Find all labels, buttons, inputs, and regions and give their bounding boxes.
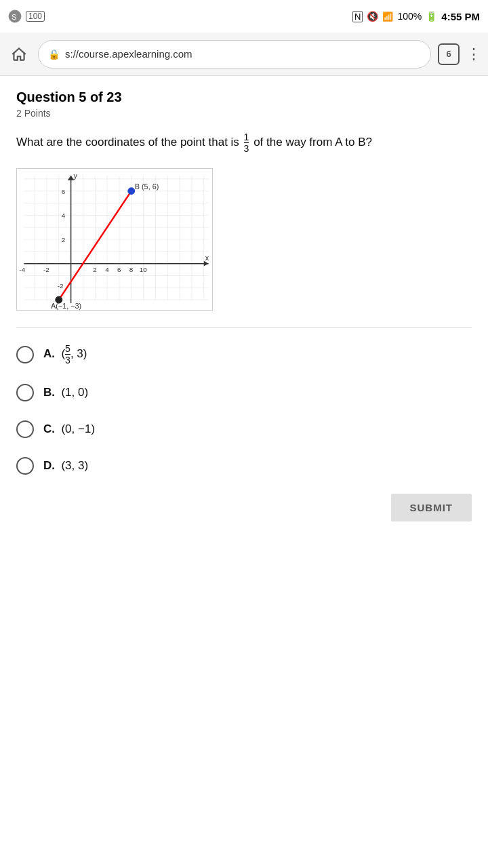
svg-text:8: 8 [129, 266, 134, 273]
n-icon: N [352, 11, 363, 22]
question-text-after: of the way from A to B? [253, 136, 372, 149]
divider [16, 327, 472, 328]
svg-text:x: x [205, 254, 209, 262]
svg-text:-2: -2 [43, 266, 49, 273]
status-right-info: N 🔇 📶 100% 🔋 4:55 PM [352, 11, 480, 22]
tab-count-badge[interactable]: 6 [438, 43, 460, 65]
tab-count-label: 6 [446, 49, 451, 59]
svg-text:6: 6 [62, 188, 66, 195]
question-title: Question 5 of 23 [16, 90, 472, 105]
home-icon [10, 45, 28, 63]
radio-d[interactable] [16, 457, 34, 475]
browser-bar: 🔒 s://course.apexlearning.com 6 ⋮ [0, 33, 488, 76]
url-text: s://course.apexlearning.com [65, 48, 192, 60]
radio-a[interactable] [16, 346, 34, 363]
svg-text:y: y [74, 172, 78, 180]
clock-time: 4:55 PM [441, 11, 480, 22]
submit-button[interactable]: SUBMIT [391, 494, 472, 521]
svg-text:4: 4 [62, 212, 66, 219]
question-points: 2 Points [16, 108, 472, 119]
graph-svg: x y -4 -2 2 4 6 8 10 6 4 2 -2 A(−1, −3) [17, 169, 212, 310]
svg-text:S: S [12, 13, 16, 21]
fraction: 1 3 [244, 132, 249, 153]
home-button[interactable] [7, 42, 31, 66]
lock-icon: 🔒 [48, 49, 60, 60]
more-menu-button[interactable]: ⋮ [466, 45, 481, 63]
mute-icon: 🔇 [367, 11, 378, 22]
choice-d-label: D. (3, 3) [43, 459, 88, 473]
choice-b-label: B. (1, 0) [43, 386, 88, 399]
battery-icon: 🔋 [426, 11, 437, 22]
url-bar[interactable]: 🔒 s://course.apexlearning.com [38, 40, 431, 68]
fraction-numerator: 1 [244, 132, 249, 143]
choice-d[interactable]: D. (3, 3) [16, 457, 472, 475]
submit-row: SUBMIT [16, 494, 472, 521]
svg-point-49 [128, 188, 135, 195]
svg-text:B (5, 6): B (5, 6) [135, 182, 159, 191]
svg-text:4: 4 [105, 266, 109, 273]
choice-c[interactable]: C. (0, −1) [16, 420, 472, 438]
answer-choices: A. ( 5 3 , 3) B. (1, 0) C. (0, −1) D. (3 [16, 344, 472, 475]
radio-c[interactable] [16, 420, 34, 438]
status-left-icons: S 100 [8, 9, 45, 23]
choice-a[interactable]: A. ( 5 3 , 3) [16, 344, 472, 365]
spotify-icon: S [8, 9, 22, 23]
notification-badge: 100 [26, 11, 45, 22]
svg-text:-2: -2 [58, 282, 64, 290]
coordinate-graph: x y -4 -2 2 4 6 8 10 6 4 2 -2 A(−1, −3) [16, 168, 213, 311]
fraction-denominator: 3 [244, 143, 249, 153]
svg-text:2: 2 [62, 236, 66, 243]
choice-a-label: A. ( 5 3 , 3) [43, 344, 87, 365]
choice-b[interactable]: B. (1, 0) [16, 384, 472, 401]
radio-b[interactable] [16, 384, 34, 401]
svg-text:-4: -4 [19, 266, 25, 273]
svg-text:6: 6 [117, 266, 121, 273]
signal-icon: 📶 [382, 12, 393, 22]
battery-text: 100% [397, 11, 422, 22]
svg-text:A(−1, −3): A(−1, −3) [51, 302, 81, 310]
svg-text:2: 2 [93, 266, 97, 273]
main-content: Question 5 of 23 2 Points What are the c… [0, 76, 488, 535]
status-bar: S 100 N 🔇 📶 100% 🔋 4:55 PM [0, 0, 488, 33]
question-text-before: What are the coordinates of the point th… [16, 136, 239, 149]
question-text: What are the coordinates of the point th… [16, 132, 472, 153]
svg-text:10: 10 [140, 266, 148, 273]
choice-c-label: C. (0, −1) [43, 422, 95, 436]
